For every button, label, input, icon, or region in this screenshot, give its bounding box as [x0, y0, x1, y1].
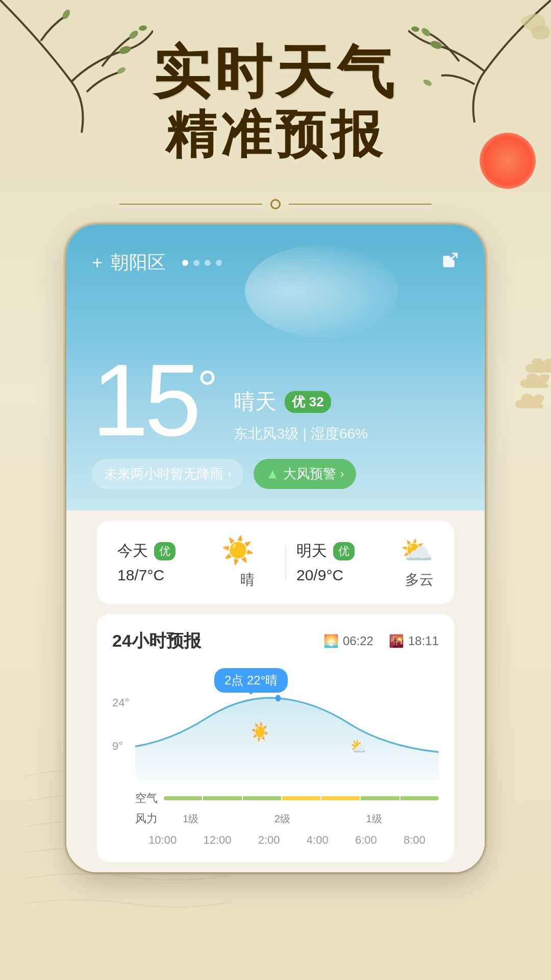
- share-button[interactable]: [441, 251, 459, 274]
- today-weather-icon: ☀️: [221, 535, 255, 566]
- divider-decoration: [119, 199, 432, 209]
- sunrise-value: 06:22: [343, 634, 373, 648]
- sunset-time: 🌇 18:11: [389, 634, 439, 648]
- forecast-header: 24小时预报 🌅 06:22 🌇 18:11: [112, 629, 439, 653]
- dot-3[interactable]: [205, 260, 211, 266]
- aq-seg-2: [203, 796, 241, 800]
- wind-icon: ▲: [266, 466, 279, 482]
- rain-alert-arrow: ›: [228, 468, 231, 481]
- tomorrow-condition: 多云: [405, 570, 434, 590]
- weather-type: 晴天: [234, 387, 277, 416]
- daily-forecast-card: 今天 优 18/7°C ☀️ 晴 明天 优 20/: [97, 521, 454, 604]
- wind-5: 1级: [366, 812, 382, 826]
- title-line1: 实时天气: [0, 41, 551, 104]
- aq-seg-6: [361, 796, 399, 800]
- rain-alert-text: 未来两小时暂无降雨: [104, 465, 223, 483]
- location-name: 朝阳区: [111, 250, 166, 275]
- temperature-display: 15°: [92, 357, 213, 444]
- sunset-icon: 🌇: [389, 634, 404, 648]
- time-1: 10:00: [148, 834, 177, 847]
- wind-alert-text: 大风预警: [283, 465, 336, 483]
- time-6: 8:00: [404, 834, 425, 847]
- daily-divider: [285, 545, 286, 580]
- daily-forecast-wrapper: 今天 优 18/7°C ☀️ 晴 明天 优 20/: [66, 521, 485, 862]
- tomorrow-label-row: 明天 优: [296, 541, 400, 561]
- alert-buttons: 未来两小时暂无降雨 › ▲ 大风预警 ›: [92, 459, 459, 489]
- sun-times: 🌅 06:22 🌇 18:11: [323, 634, 439, 648]
- sky-section: + 朝阳区: [66, 225, 485, 510]
- aq-seg-7: [400, 796, 439, 800]
- rain-alert-button[interactable]: 未来两小时暂无降雨 ›: [92, 459, 243, 489]
- dot-2[interactable]: [193, 260, 199, 266]
- svg-point-6: [420, 27, 432, 38]
- today-right: ☀️ 晴: [221, 535, 255, 590]
- tomorrow-label: 明天: [296, 541, 327, 561]
- time-2: 12:00: [203, 834, 231, 847]
- aq-seg-1: [164, 796, 202, 800]
- sunrise-icon: 🌅: [323, 634, 339, 648]
- sunset-value: 18:11: [408, 634, 439, 648]
- wind-levels: 1级 2级 1级: [164, 812, 439, 826]
- divider-circle: [270, 199, 281, 209]
- tomorrow-right: ⛅ 多云: [400, 535, 434, 590]
- weather-app: + 朝阳区: [66, 225, 485, 872]
- y-high-value: 24°: [112, 696, 129, 709]
- title-line2: 精准预报: [0, 104, 551, 165]
- hero-title-section: 实时天气 精准预报: [0, 41, 551, 165]
- wind-1: 1级: [183, 812, 198, 826]
- divider-line-right: [289, 204, 432, 205]
- y-label-high: 24°: [112, 696, 129, 709]
- svg-text:⛅: ⛅: [350, 738, 366, 756]
- cloud-deco-right: [510, 357, 551, 419]
- wind-humidity-info: 东北风3级 | 湿度66%: [234, 424, 367, 444]
- add-location-button[interactable]: +: [92, 252, 103, 274]
- time-labels: 10:00 12:00 2:00 4:00 6:00 8:00: [135, 834, 439, 847]
- temperature-chart: 2点 22°晴 24° 9°: [112, 668, 439, 852]
- tomorrow-forecast: 明天 优 20/9°C: [296, 541, 400, 584]
- today-badge: 优: [154, 542, 176, 560]
- sky-clouds: [245, 245, 398, 337]
- y-label-low: 9°: [112, 740, 123, 753]
- svg-text:☀️: ☀️: [252, 721, 269, 742]
- time-4: 4:00: [307, 834, 329, 847]
- forecast-title: 24小时预报: [112, 629, 201, 653]
- time-5: 6:00: [355, 834, 377, 847]
- page-dots: [182, 260, 222, 266]
- tomorrow-weather-icon: ⛅: [400, 535, 434, 566]
- degree-symbol: °: [197, 367, 213, 410]
- air-quality-bar: [164, 796, 439, 800]
- aq-seg-5: [321, 796, 360, 800]
- header-left: + 朝阳区: [92, 250, 222, 275]
- wind-alert-button[interactable]: ▲ 大风预警 ›: [254, 459, 356, 489]
- wind-info: 东北风3级: [234, 426, 299, 442]
- hourly-forecast-section: 24小时预报 🌅 06:22 🌇 18:11: [97, 614, 454, 862]
- today-forecast: 今天 优 18/7°C: [117, 541, 221, 584]
- wind-row: 风力 1级 2级 1级: [135, 811, 439, 826]
- time-3: 2:00: [258, 834, 280, 847]
- divider-line-left: [119, 204, 262, 205]
- weather-info: 晴天 优 32 东北风3级 | 湿度66%: [234, 357, 367, 444]
- dot-1[interactable]: [182, 260, 188, 266]
- temp-value: 15: [92, 343, 197, 457]
- wind-3: 2级: [274, 812, 290, 826]
- wind-row-label: 风力: [135, 811, 158, 826]
- temperature-section: 15° 晴天 优 32 东北风3级 | 湿度66%: [92, 357, 459, 444]
- today-label: 今天: [117, 541, 148, 561]
- aq-seg-4: [282, 796, 320, 800]
- aqi-label: 优: [292, 394, 305, 409]
- tomorrow-temp: 20/9°C: [296, 567, 400, 584]
- y-low-value: 9°: [112, 740, 123, 752]
- svg-point-2: [138, 25, 147, 32]
- today-temp: 18/7°C: [117, 567, 221, 584]
- air-quality-row: 空气: [135, 791, 439, 806]
- wind-alert-arrow: ›: [340, 468, 344, 481]
- today-condition: 晴: [240, 570, 255, 590]
- aqi-badge: 优 32: [285, 391, 331, 413]
- chart-svg: ☀️ ⛅: [135, 678, 439, 780]
- tomorrow-badge: 优: [333, 542, 355, 560]
- dot-4[interactable]: [216, 260, 222, 266]
- air-quality-label: 空气: [135, 791, 158, 806]
- today-label-row: 今天 优: [117, 541, 221, 561]
- svg-point-10: [276, 695, 281, 701]
- humidity-info: 湿度66%: [311, 426, 368, 442]
